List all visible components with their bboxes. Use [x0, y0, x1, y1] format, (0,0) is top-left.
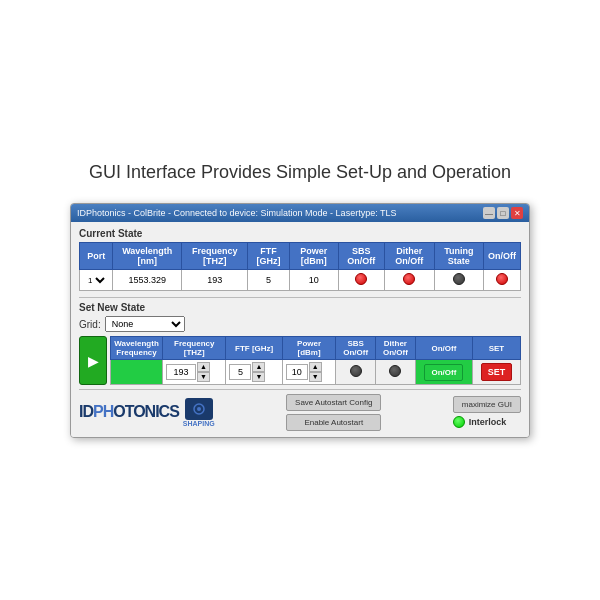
logo-icon-group: SHAPING: [183, 398, 215, 427]
ns-power-input[interactable]: [286, 364, 308, 380]
interlock-row: Interlock: [453, 416, 507, 428]
interlock-led: [453, 416, 465, 428]
ns-wavefreq-cell: [111, 360, 163, 384]
window-title: IDPhotonics - ColBrite - Connected to de…: [77, 208, 397, 218]
onoff-led: [496, 273, 508, 285]
ns-onoff-button[interactable]: On/Off: [424, 364, 463, 381]
logo-shaping: SHAPING: [183, 420, 215, 427]
app-body: Current State Port Wavelength [nm] Frequ…: [71, 222, 529, 436]
ns-ftf-up[interactable]: ▲: [252, 362, 265, 372]
current-state-table: Port Wavelength [nm] Frequency [THZ] FTF…: [79, 242, 521, 291]
ns-sbs-cell: [336, 360, 376, 384]
ns-dither-cell: [376, 360, 416, 384]
ftf-cell: 5: [248, 270, 289, 291]
frequency-cell: 193: [182, 270, 248, 291]
logo-otonics: OTONICS: [113, 403, 179, 420]
col-frequency: Frequency [THZ]: [182, 243, 248, 270]
ns-col-onoff: On/Off: [415, 337, 472, 360]
bottom-right: maximize GUI Interlock: [453, 396, 521, 428]
minimize-button[interactable]: —: [483, 207, 495, 219]
app-window: IDPhotonics - ColBrite - Connected to de…: [70, 203, 530, 437]
ns-ftf-input[interactable]: [229, 364, 251, 380]
ns-freq-input-group: ▲ ▼: [166, 362, 222, 381]
ns-col-freq: Frequency[THZ]: [163, 337, 226, 360]
tuning-led-cell: [434, 270, 483, 291]
ns-col-ftf: FTF [GHz]: [226, 337, 282, 360]
play-button[interactable]: ▶: [79, 336, 107, 384]
col-port: Port: [80, 243, 113, 270]
logo-id: ID: [79, 403, 93, 420]
maximize-button[interactable]: □: [497, 207, 509, 219]
current-state-label: Current State: [79, 228, 521, 239]
port-select[interactable]: 1-1: [84, 275, 108, 286]
ns-onoff-cell: On/Off: [415, 360, 472, 384]
ns-freq-cell: ▲ ▼: [163, 360, 226, 384]
dither-led: [403, 273, 415, 285]
logo-area: IDPHOTONICS SHAPING: [79, 398, 215, 427]
col-ftf: FTF [GHz]: [248, 243, 289, 270]
ns-sbs-led: [350, 365, 362, 377]
set-button[interactable]: SET: [481, 363, 513, 381]
ns-ftf-spinners: ▲ ▼: [252, 362, 265, 381]
wavelength-cell: 1553.329: [113, 270, 182, 291]
grid-row: Grid: None: [79, 316, 521, 332]
bottom-bar: IDPHOTONICS SHAPING Save Autostart Confi…: [79, 389, 521, 431]
ns-power-cell: ▲ ▼: [282, 360, 336, 384]
ns-col-wavefreq: WavelengthFrequency: [111, 337, 163, 360]
page-title: GUI Interface Provides Simple Set-Up and…: [59, 162, 541, 183]
ns-col-power: Power[dBm]: [282, 337, 336, 360]
tuning-led: [453, 273, 465, 285]
title-bar: IDPhotonics - ColBrite - Connected to de…: [71, 204, 529, 222]
ns-power-input-group: ▲ ▼: [286, 362, 333, 381]
onoff-led-cell: [483, 270, 520, 291]
ns-freq-input[interactable]: [166, 364, 196, 380]
col-dither: Dither On/Off: [384, 243, 434, 270]
set-new-state-label: Set New State: [79, 302, 521, 313]
logo-icon: [185, 398, 213, 420]
enable-autostart-btn[interactable]: Enable Autostart: [286, 414, 381, 431]
col-onoff: On/Off: [483, 243, 520, 270]
ns-power-spinners: ▲ ▼: [309, 362, 322, 381]
title-bar-buttons: — □ ✕: [483, 207, 523, 219]
sbs-led-cell: [338, 270, 384, 291]
ns-dither-led: [389, 365, 401, 377]
grid-label: Grid:: [79, 319, 101, 330]
logo-text: IDPHOTONICS: [79, 403, 179, 421]
col-power: Power [dBm]: [289, 243, 338, 270]
ns-ftf-cell: ▲ ▼: [226, 360, 282, 384]
ns-power-up[interactable]: ▲: [309, 362, 322, 372]
divider: [79, 297, 521, 298]
dither-led-cell: [384, 270, 434, 291]
col-tuning: Tuning State: [434, 243, 483, 270]
col-sbs: SBS On/Off: [338, 243, 384, 270]
ns-freq-spinners: ▲ ▼: [197, 362, 210, 381]
ns-set-cell: SET: [472, 360, 520, 384]
svg-point-2: [197, 407, 201, 411]
bottom-buttons: Save Autostart Config Enable Autostart: [286, 394, 381, 431]
logo-svg: [189, 402, 209, 416]
ns-freq-up[interactable]: ▲: [197, 362, 210, 372]
ns-freq-down[interactable]: ▼: [197, 372, 210, 382]
port-cell[interactable]: 1-1: [80, 270, 113, 291]
ns-col-dither: DitherOn/Off: [376, 337, 416, 360]
ns-col-set: SET: [472, 337, 520, 360]
ns-table-wrapper: WavelengthFrequency Frequency[THZ] FTF […: [110, 336, 521, 384]
save-autostart-btn[interactable]: Save Autostart Config: [286, 394, 381, 411]
sbs-led: [355, 273, 367, 285]
ns-ftf-input-group: ▲ ▼: [229, 362, 278, 381]
ns-ftf-down[interactable]: ▼: [252, 372, 265, 382]
interlock-label: Interlock: [469, 417, 507, 427]
power-cell: 10: [289, 270, 338, 291]
new-state-controls: ▶ WavelengthFrequency Frequency[THZ] FTF…: [79, 336, 521, 384]
ns-power-down[interactable]: ▼: [309, 372, 322, 382]
grid-select[interactable]: None: [105, 316, 185, 332]
ns-col-sbs: SBSOn/Off: [336, 337, 376, 360]
logo-ph: PH: [93, 403, 113, 420]
maximize-gui-btn[interactable]: maximize GUI: [453, 396, 521, 413]
set-new-state-section: Set New State Grid: None ▶ WavelengthFre…: [79, 302, 521, 384]
close-button[interactable]: ✕: [511, 207, 523, 219]
col-wavelength: Wavelength [nm]: [113, 243, 182, 270]
ns-table: WavelengthFrequency Frequency[THZ] FTF […: [110, 336, 521, 384]
